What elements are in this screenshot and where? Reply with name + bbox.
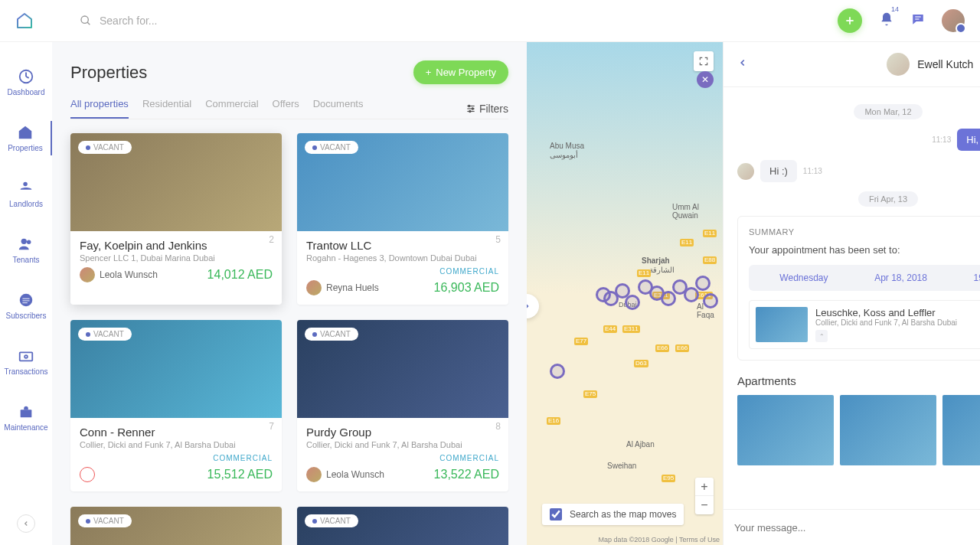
topbar: 14 — [0, 0, 980, 42]
user-avatar[interactable] — [942, 9, 965, 32]
svg-point-0 — [81, 16, 88, 23]
app-logo[interactable] — [15, 11, 34, 30]
add-button[interactable] — [838, 8, 862, 33]
search-input[interactable] — [100, 15, 329, 27]
notifications-icon[interactable]: 14 — [879, 11, 894, 30]
svg-line-1 — [87, 22, 90, 24]
top-actions: 14 — [838, 8, 965, 33]
search-wrap — [80, 15, 838, 27]
notification-count: 14 — [891, 5, 899, 13]
search-icon — [80, 15, 92, 27]
messages-icon[interactable] — [911, 12, 925, 29]
